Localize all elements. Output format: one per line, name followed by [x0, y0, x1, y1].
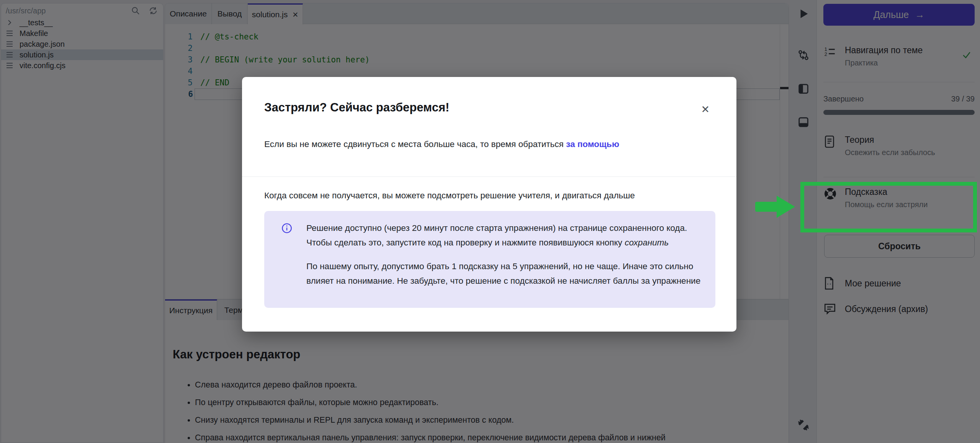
- modal-intro-text: Если вы не можете сдвинуться с места бол…: [264, 139, 716, 149]
- annotation-highlight-box: [800, 182, 977, 232]
- info-icon: [281, 223, 292, 235]
- modal-title: Застряли? Сейчас разберемся!: [264, 101, 449, 114]
- note-text-part: По нашему опыту, допустимо брать 1 подск…: [306, 259, 701, 288]
- note-text-italic: сохранить: [625, 238, 669, 247]
- stuck-help-modal: Застряли? Сейчас разберемся! ✕ Если вы н…: [242, 77, 736, 332]
- modal-paragraph: Когда совсем не получается, вы можете по…: [264, 191, 716, 201]
- intro-text: Если вы не можете сдвинуться с места бол…: [264, 139, 566, 149]
- info-note-text: Решение доступно (через 20 минут после с…: [306, 221, 701, 288]
- info-note: Решение доступно (через 20 минут после с…: [264, 211, 715, 308]
- close-icon[interactable]: ✕: [701, 105, 710, 115]
- annotation-arrow-icon: [755, 193, 797, 220]
- help-link[interactable]: за помощью: [566, 139, 619, 149]
- divider: [242, 177, 736, 177]
